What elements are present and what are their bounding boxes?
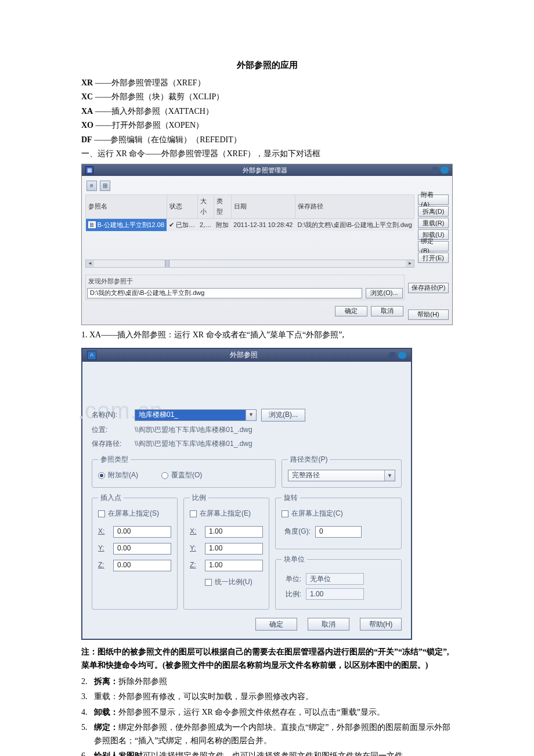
path-type-value: 完整路径: [288, 470, 384, 481]
col-path[interactable]: 保存路径: [295, 195, 414, 218]
close-icon[interactable]: [441, 167, 449, 174]
bind-button[interactable]: 绑定(B)...: [418, 241, 449, 251]
minimize-icon[interactable]: [431, 167, 439, 174]
cancel-button[interactable]: 取消: [308, 618, 349, 631]
reload-button[interactable]: 重载(R): [418, 218, 449, 228]
dialog-titlebar[interactable]: ▦ 外部参照管理器: [82, 164, 452, 176]
list-item: 给别人发图时可以选择绑定参照文件，也可以选择将参照文件和图纸文件放在同一文件: [94, 750, 453, 756]
ratio-label: 比例:: [282, 589, 301, 600]
xref-table[interactable]: 参照名 状态 大小 类型 日期 保存路径 🗎B-公建地上平立剖12.08 ✔ 已…: [85, 195, 414, 232]
cell-date: 2011-12-31 10:28:42: [231, 218, 295, 232]
table-row[interactable]: 🗎B-公建地上平立剖12.08 ✔ 已加… 2,… 附加 2011-12-31 …: [86, 218, 414, 232]
cmd-abbr: XO: [81, 121, 93, 129]
rotate-group: 旋转 在屏幕上指定(C) 角度(G):0: [275, 492, 402, 549]
y-input[interactable]: 0.00: [113, 543, 171, 555]
col-status[interactable]: 状态: [167, 195, 197, 218]
view-mode-toolbar: ≡ ⊞: [85, 179, 449, 195]
sy-label: Y:: [190, 543, 200, 554]
xref-attach-dialog: A 外部参照 .com.cn 名称(N): 地库楼梯01_ ▼ 浏览(B)...…: [81, 348, 412, 640]
reftype-attach-radio[interactable]: 附加型(A): [98, 470, 138, 481]
col-type[interactable]: 类型: [214, 195, 231, 218]
onscreen-c-check[interactable]: 在屏幕上指定(C): [282, 508, 343, 519]
col-size[interactable]: 大小: [197, 195, 214, 218]
open-button[interactable]: 打开(E): [418, 253, 449, 263]
reftype-overlay-radio[interactable]: 覆盖型(O): [161, 470, 202, 481]
list-item: 绑定：绑定外部参照，使外部参照成为一个内部块。直接点“绑定”，外部参照图的图层前…: [94, 721, 453, 747]
location-value: \\阎凯\巴盟地下车库\地库楼梯01_.dwg: [135, 424, 252, 435]
x-input[interactable]: 0.00: [113, 526, 171, 538]
close-icon[interactable]: [398, 352, 406, 359]
cell-type: 附加: [214, 218, 231, 232]
help-button[interactable]: 帮助(H): [408, 309, 449, 320]
dialog-title: 外部参照: [101, 350, 387, 361]
cmd-abbr: XA: [81, 107, 93, 116]
angle-input[interactable]: 0: [315, 526, 362, 538]
onscreen-s-check[interactable]: 在屏幕上指定(S): [98, 508, 159, 519]
tree-view-icon[interactable]: ⊞: [100, 181, 110, 191]
reference-type-legend: 参照类型: [98, 454, 131, 465]
y-label: Y:: [98, 543, 109, 554]
browse-button[interactable]: 浏览(O)...: [366, 288, 403, 298]
scroll-left-icon[interactable]: ◄: [86, 260, 94, 267]
list-item: 拆离：拆除外部参照: [94, 675, 453, 688]
col-name[interactable]: 参照名: [86, 195, 167, 218]
minimize-icon[interactable]: [388, 352, 396, 359]
name-combo[interactable]: 地库楼梯01_ ▼: [135, 409, 257, 421]
z-label: Z:: [98, 560, 109, 571]
cell-status: ✔ 已加…: [167, 218, 197, 232]
location-label: 位置:: [92, 424, 130, 435]
savepath-value: \\阎凯\巴盟地下车库\地库楼梯01_.dwg: [135, 438, 252, 449]
sx-input[interactable]: 1.00: [205, 526, 263, 538]
unit-value: 无单位: [306, 573, 364, 585]
name-value: 地库楼梯01_: [135, 410, 246, 420]
sy-input[interactable]: 1.00: [205, 543, 263, 555]
reference-type-group: 参照类型 附加型(A) 覆盖型(O): [92, 454, 276, 488]
list-item: 重载：外部参照有修改，可以实时加载，显示参照修改内容。: [94, 690, 453, 703]
chevron-down-icon[interactable]: ▼: [246, 410, 256, 420]
cmd-abbr: XR: [81, 78, 93, 87]
sz-label: Z:: [190, 560, 200, 571]
ratio-value: 1.00: [306, 588, 364, 600]
browse-button[interactable]: 浏览(B)...: [261, 409, 305, 422]
col-date[interactable]: 日期: [231, 195, 295, 218]
save-path-button[interactable]: 保存路径(P): [408, 283, 449, 293]
name-label: 名称(N):: [92, 409, 130, 420]
scroll-right-icon[interactable]: ►: [406, 260, 414, 267]
sx-label: X:: [190, 526, 200, 537]
ok-button[interactable]: 确定: [335, 306, 367, 316]
uniform-scale-check[interactable]: 统一比例(U): [205, 577, 252, 588]
section-intro: 一、运行 XR 命令——外部参照管理器（XREF），显示如下对话框: [81, 147, 453, 160]
savepath-label: 保存路径:: [92, 438, 130, 449]
path-type-select[interactable]: 完整路径 ▼: [288, 470, 395, 481]
found-path-input[interactable]: D:\我的文档\桌面\B-公建地上平立剖.dwg: [87, 288, 362, 298]
cmd-abbr: DF: [81, 135, 92, 144]
cell-path: D:\我的文档\桌面\B-公建地上平立剖.dwg: [295, 218, 414, 232]
list-view-icon[interactable]: ≡: [86, 181, 97, 191]
help-button[interactable]: 帮助(H): [360, 618, 402, 631]
insert-point-group: 插入点 在屏幕上指定(S) X:0.00 Y:0.00 Z:0.00: [92, 492, 178, 610]
found-label: 发现外部参照于: [87, 276, 403, 287]
onscreen-e-check[interactable]: 在屏幕上指定(E): [190, 508, 251, 519]
scroll-handle[interactable]: [165, 260, 169, 267]
scale-legend: 比例: [190, 492, 208, 503]
path-type-group: 路径类型(P) 完整路径 ▼: [282, 454, 402, 488]
horizontal-scrollbar[interactable]: ◄ ►: [85, 260, 414, 268]
cancel-button[interactable]: 取消: [371, 306, 403, 316]
dialog-titlebar[interactable]: A 外部参照: [82, 349, 411, 362]
found-at-group: 发现外部参照于 D:\我的文档\桌面\B-公建地上平立剖.dwg 浏览(O)..…: [85, 275, 405, 300]
ok-button[interactable]: 确定: [255, 618, 297, 631]
sz-input[interactable]: 1.00: [205, 560, 263, 571]
attach-button[interactable]: 附着(A)...: [418, 195, 449, 205]
note-text: 注：图纸中的被参照文件的图层可以根据自己的需要去在图层管理器内进行图层的“开关”…: [81, 646, 453, 672]
angle-label: 角度(G):: [282, 526, 311, 537]
cell-name: 🗎B-公建地上平立剖12.08: [86, 218, 167, 232]
xref-manager-dialog: ▦ 外部参照管理器 ≡ ⊞ 参照名 状态 大小 类型 日期: [81, 164, 453, 325]
rotate-legend: 旋转: [282, 492, 300, 503]
x-label: X:: [98, 526, 109, 537]
app-icon: ▦: [85, 166, 93, 174]
z-input[interactable]: 0.00: [113, 560, 171, 571]
chevron-down-icon[interactable]: ▼: [384, 470, 395, 481]
block-unit-group: 块单位 单位:无单位 比例:1.00: [275, 554, 402, 610]
path-type-legend: 路径类型(P): [288, 454, 330, 465]
detach-button[interactable]: 拆离(D): [418, 206, 449, 217]
